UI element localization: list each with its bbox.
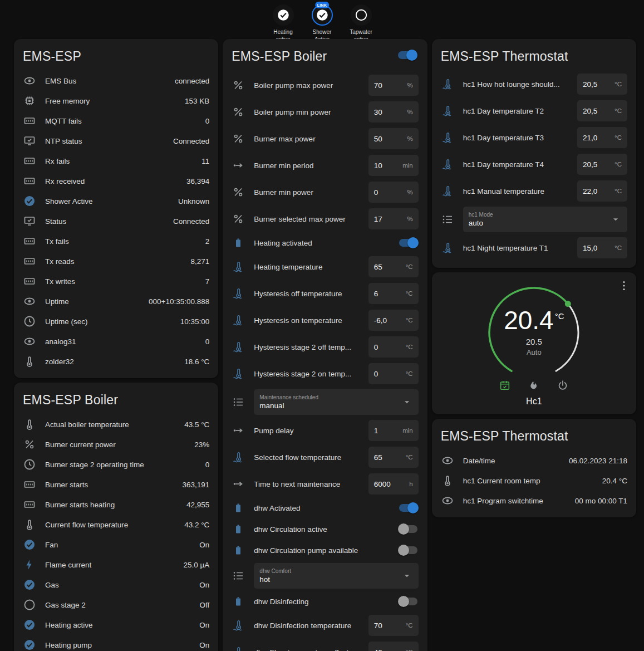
toggle-switch[interactable] [398,502,419,513]
toggle-switch[interactable] [398,523,419,535]
select-input[interactable]: hc1 Modeauto [463,207,627,232]
toggle-switch[interactable] [398,237,419,248]
entity-row[interactable]: dhw Circulation pump available [232,540,418,561]
badge[interactable]: Tapwateractive [345,4,377,43]
entity-row[interactable]: dhw Circulation active [232,518,418,540]
entity-row[interactable]: Actual boiler temperature43.5 °C [23,414,209,434]
entity-row[interactable]: Burner starts heating42,955 [23,495,209,515]
entity-row[interactable]: Heating activeOn [23,615,209,635]
entity-row[interactable]: Date/time06.02.2023 21:18 [441,451,627,471]
number-input[interactable]: 30% [368,101,419,123]
entity-row[interactable]: Gas stage 2Off [23,595,209,615]
number-input[interactable]: 65°C [368,447,419,468]
entity-row[interactable]: Tx reads8,271 [23,251,209,271]
entity-row[interactable]: StatusConnected [23,211,209,231]
number-input[interactable]: 0°C [368,336,419,358]
entity-row[interactable]: zolder3218.6 °C [23,351,209,371]
entity-row[interactable]: Shower ActiveUnknown [23,191,209,211]
number-input[interactable]: 10min [368,155,419,176]
badge[interactable]: LINKShowerActive [306,4,338,43]
entity-row[interactable]: Uptime (sec)10:35:00 [23,311,209,331]
calendar-icon[interactable] [499,379,511,391]
entity-row[interactable]: Maintenance scheduledmanual [232,387,418,417]
entity-row[interactable]: Tx writes7 [23,271,209,291]
entity-row[interactable]: hc1 Manual temperature22,0°C [441,178,627,204]
entity-row[interactable]: dhw Comforthot [232,561,418,591]
entity-row[interactable]: Hysteresis stage 2 off temp...0°C [232,334,418,360]
entity-row[interactable]: Burner max power50% [232,125,418,152]
number-input[interactable]: 70°C [368,615,419,636]
entity-row[interactable]: Heating temperature65°C [232,253,418,280]
number-input[interactable]: 65°C [368,256,419,277]
entity-row[interactable]: Burner stage 2 operating time0 [23,454,209,474]
entity-row[interactable]: Burner starts363,191 [23,474,209,495]
number-input[interactable]: 1min [368,420,419,441]
entity-row[interactable]: Heating activated [232,232,418,253]
entity-row[interactable]: hc1 Current room temp20.4 °C [441,471,627,491]
entity-row[interactable]: Boiler pump min power30% [232,99,418,125]
entity-row[interactable]: Uptime000+10:35:00.888 [23,291,209,311]
select-input[interactable]: Maintenance scheduledmanual [254,389,418,415]
number-input[interactable]: 22,0°C [577,180,627,202]
toggle-switch[interactable] [398,545,419,556]
entity-row[interactable]: dhw Disinfection temperature70°C [232,612,418,639]
entity-row[interactable]: hc1 Night temperature T115,0°C [441,234,627,261]
badge[interactable]: Heatingactive [267,4,299,43]
entity-row[interactable]: Tx fails2 [23,231,209,251]
entity-row[interactable]: dhw Flow temperature offset40°C [232,639,418,651]
number-input[interactable]: 20,5°C [577,74,627,95]
entity-row[interactable]: Burner current power23% [23,434,209,454]
number-input[interactable]: 20,5°C [577,154,627,175]
number-value: 30 [374,108,382,116]
number-input[interactable]: 0% [368,182,419,203]
thermostat-gauge[interactable]: 20.4°C 20.5 Auto [478,283,589,377]
card-enable-toggle[interactable] [397,50,417,61]
entity-row[interactable]: Burner selected max power17% [232,205,418,232]
entity-row[interactable]: NTP statusConnected [23,131,209,151]
entity-row[interactable]: GasOn [23,575,209,595]
entity-row[interactable]: Free memory153 KB [23,91,209,111]
number-input[interactable]: 6000h [368,473,419,495]
entity-row[interactable]: EMS Busconnected [23,71,209,91]
entity-row[interactable]: Pump delay1min [232,417,418,444]
entity-row[interactable]: Rx received36,394 [23,171,209,191]
number-input[interactable]: -6,0°C [368,310,419,331]
number-input[interactable]: 0°C [368,363,419,384]
entity-row[interactable]: Boiler pump max power70% [232,72,418,99]
number-input[interactable]: 40°C [368,642,419,651]
number-input[interactable]: 15,0°C [577,237,627,258]
entity-row[interactable]: hc1 How hot lounge should...20,5°C [441,71,627,97]
power-icon[interactable] [557,379,569,391]
entity-row[interactable]: Flame current25.0 µA [23,555,209,575]
entity-row[interactable]: analog310 [23,331,209,351]
entity-row[interactable]: Selected flow temperature65°C [232,444,418,471]
entity-row[interactable]: hc1 Program switchtime00 mo 00:00 T1 [441,491,627,511]
entity-row[interactable]: Heating pumpOn [23,635,209,651]
number-input[interactable]: 6°C [368,283,419,304]
number-input[interactable]: 20,5°C [577,100,627,121]
entity-row[interactable]: hc1 Modeauto [441,204,627,234]
select-input[interactable]: dhw Comforthot [254,563,418,589]
entity-row[interactable]: dhw Disinfecting [232,591,418,612]
entity-row[interactable]: Burner min period10min [232,152,418,179]
number-input[interactable]: 50% [368,128,419,149]
entity-row[interactable]: Hysteresis on temperature-6,0°C [232,307,418,334]
dots-vertical-icon[interactable] [617,279,631,292]
number-input[interactable]: 17% [368,208,419,229]
number-input[interactable]: 70% [368,75,419,96]
fire-icon[interactable] [528,379,540,391]
entity-row[interactable]: Hysteresis off temperature6°C [232,280,418,307]
entity-row[interactable]: hc1 Day temperature T220,5°C [441,97,627,124]
entity-row[interactable]: Burner min power0% [232,179,418,205]
entity-row[interactable]: Hysteresis stage 2 on temp...0°C [232,360,418,387]
entity-row[interactable]: hc1 Day temperature T321,0°C [441,124,627,151]
entity-row[interactable]: Current flow temperature43.2 °C [23,515,209,535]
entity-row[interactable]: FanOn [23,535,209,555]
number-input[interactable]: 21,0°C [577,127,627,148]
entity-row[interactable]: Rx fails11 [23,151,209,171]
entity-row[interactable]: dhw Activated [232,497,418,518]
entity-row[interactable]: Time to next maintenance6000h [232,471,418,497]
toggle-switch[interactable] [398,596,419,607]
entity-row[interactable]: MQTT fails0 [23,111,209,131]
entity-row[interactable]: hc1 Day temperature T420,5°C [441,151,627,178]
